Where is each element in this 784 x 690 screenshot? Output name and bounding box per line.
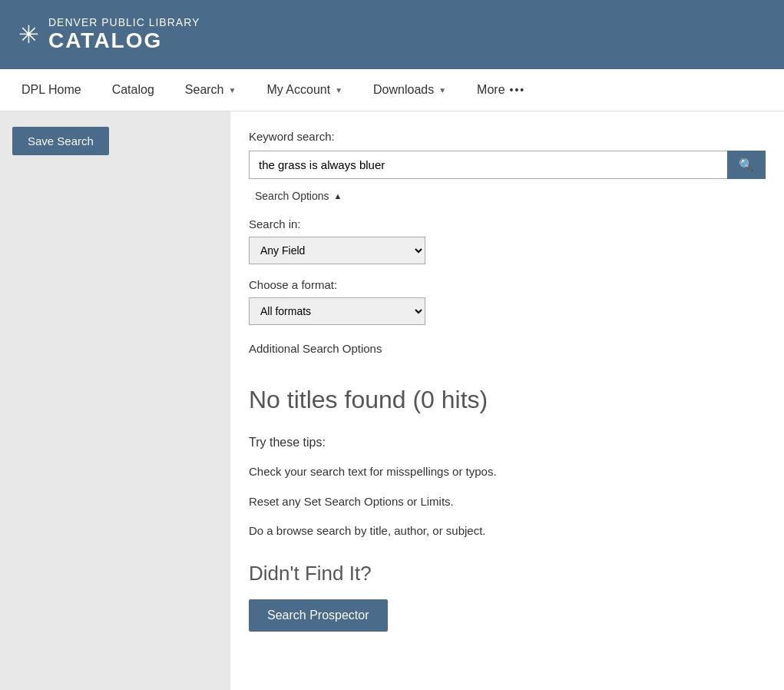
org-name: DENVER PUBLIC LIBRARY	[48, 16, 200, 28]
search-submit-button[interactable]: 🔍	[727, 151, 766, 179]
nav-catalog[interactable]: Catalog	[97, 69, 170, 111]
didnt-find-heading: Didn't Find It?	[249, 562, 766, 586]
tip-1: Check your search text for misspellings …	[249, 463, 766, 481]
nav-search[interactable]: Search ▼	[170, 69, 252, 111]
keyword-search-input[interactable]	[249, 151, 727, 179]
tips-heading: Try these tips:	[249, 436, 766, 449]
search-bar-row: 🔍	[249, 151, 766, 179]
main-layout: Save Search Keyword search: 🔍 Search Opt…	[0, 111, 784, 690]
nav-dpl-home[interactable]: DPL Home	[6, 69, 97, 111]
keyword-label: Keyword search:	[249, 130, 766, 143]
nav-more[interactable]: More •••	[461, 69, 541, 111]
site-header: ✳ DENVER PUBLIC LIBRARY CATALOG	[0, 0, 784, 69]
save-search-button[interactable]: Save Search	[12, 127, 109, 155]
more-dots-icon: •••	[510, 84, 526, 96]
tip-3: Do a browse search by title, author, or …	[249, 522, 766, 540]
search-options-label: Search Options	[255, 190, 329, 202]
tip-2: Reset any Set Search Options or Limits.	[249, 493, 766, 511]
search-prospector-button[interactable]: Search Prospector	[249, 599, 388, 632]
search-icon: 🔍	[739, 158, 754, 172]
search-options-toggle[interactable]: Search Options ▲	[249, 188, 766, 204]
my-account-dropdown-arrow: ▼	[335, 86, 342, 95]
no-results-heading: No titles found (0 hits)	[249, 386, 766, 414]
main-nav: DPL Home Catalog Search ▼ My Account ▼ D…	[0, 69, 784, 111]
format-label: Choose a format:	[249, 278, 766, 291]
no-results-section: No titles found (0 hits) Try these tips:…	[249, 386, 766, 632]
search-options-arrow-icon: ▲	[334, 191, 342, 201]
main-content: Keyword search: 🔍 Search Options ▲ Searc…	[230, 111, 784, 690]
nav-downloads[interactable]: Downloads ▼	[358, 69, 461, 111]
catalog-title: CATALOG	[48, 28, 200, 53]
downloads-dropdown-arrow: ▼	[438, 86, 446, 95]
nav-my-account[interactable]: My Account ▼	[251, 69, 358, 111]
additional-search-options-link[interactable]: Additional Search Options	[249, 342, 766, 355]
header-text: DENVER PUBLIC LIBRARY CATALOG	[48, 16, 200, 53]
search-dropdown-arrow: ▼	[229, 86, 237, 95]
snowflake-icon: ✳	[18, 22, 39, 47]
logo: ✳ DENVER PUBLIC LIBRARY CATALOG	[18, 16, 200, 53]
search-in-select[interactable]: Any Field Title Author Subject Series IS…	[249, 237, 425, 264]
search-in-label: Search in:	[249, 217, 766, 231]
sidebar: Save Search	[0, 111, 230, 690]
format-select[interactable]: All formats Book eBook Audiobook DVD Mus…	[249, 297, 425, 325]
